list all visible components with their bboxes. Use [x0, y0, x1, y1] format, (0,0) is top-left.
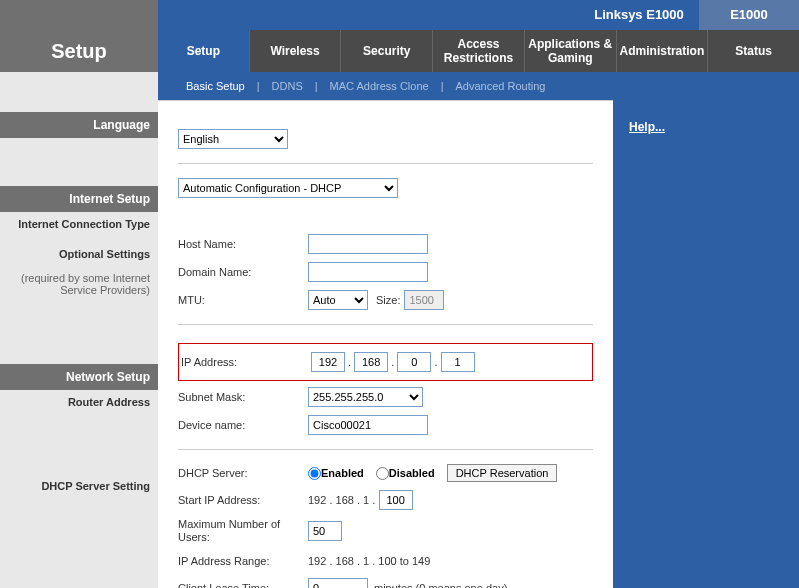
- language-select[interactable]: English: [178, 129, 288, 149]
- domain-name-input[interactable]: [308, 262, 428, 282]
- device-name-label: Device name:: [178, 419, 308, 431]
- model-label: E1000: [699, 0, 799, 30]
- subtab-advanced-routing[interactable]: Advanced Routing: [456, 80, 546, 92]
- mtu-size-input: [404, 290, 444, 310]
- mtu-label: MTU:: [178, 294, 308, 306]
- section-language: Language: [0, 112, 158, 138]
- label-dhcp-server-setting: DHCP Server Setting: [0, 474, 158, 498]
- label-connection-type: Internet Connection Type: [0, 212, 158, 236]
- mtu-size-label: Size:: [376, 294, 400, 306]
- lease-time-label: Client Lease Time:: [178, 582, 308, 588]
- label-optional-settings-sub: (required by some Internet Service Provi…: [0, 266, 158, 302]
- dhcp-reservation-button[interactable]: DHCP Reservation: [447, 464, 558, 482]
- tab-setup[interactable]: Setup: [158, 30, 250, 72]
- help-link[interactable]: Help...: [629, 120, 665, 134]
- subnet-mask-select[interactable]: 255.255.255.0: [308, 387, 423, 407]
- dhcp-disabled-label: Disabled: [389, 467, 435, 479]
- domain-name-label: Domain Name:: [178, 266, 308, 278]
- section-network-setup: Network Setup: [0, 364, 158, 390]
- ip-octet-1[interactable]: [311, 352, 345, 372]
- label-router-address: Router Address: [0, 390, 158, 414]
- ip-address-highlight: IP Address: . . .: [178, 343, 593, 381]
- tab-administration[interactable]: Administration: [617, 30, 709, 72]
- tab-security[interactable]: Security: [341, 30, 433, 72]
- page-title: Setup: [51, 40, 107, 63]
- tab-access-restrictions[interactable]: Access Restrictions: [433, 30, 525, 72]
- dhcp-enabled-label: Enabled: [321, 467, 364, 479]
- subtab-ddns[interactable]: DDNS: [272, 80, 303, 92]
- section-internet-setup: Internet Setup: [0, 186, 158, 212]
- max-users-input[interactable]: [308, 521, 342, 541]
- device-name-input[interactable]: [308, 415, 428, 435]
- subnet-mask-label: Subnet Mask:: [178, 391, 308, 403]
- dhcp-server-label: DHCP Server:: [178, 467, 308, 479]
- dhcp-disabled-radio[interactable]: [376, 467, 389, 480]
- tab-wireless[interactable]: Wireless: [250, 30, 342, 72]
- lease-time-unit: minutes (0 means one day): [374, 582, 507, 588]
- ip-octet-2[interactable]: [354, 352, 388, 372]
- lease-time-input[interactable]: [308, 578, 368, 588]
- mtu-select[interactable]: Auto: [308, 290, 368, 310]
- dhcp-enabled-radio[interactable]: [308, 467, 321, 480]
- start-ip-label: Start IP Address:: [178, 494, 308, 506]
- host-name-label: Host Name:: [178, 238, 308, 250]
- ip-octet-3[interactable]: [397, 352, 431, 372]
- ip-range-label: IP Address Range:: [178, 555, 308, 567]
- host-name-input[interactable]: [308, 234, 428, 254]
- tab-status[interactable]: Status: [708, 30, 799, 72]
- ip-octet-4[interactable]: [441, 352, 475, 372]
- start-ip-input[interactable]: [379, 490, 413, 510]
- ip-range-value: 192 . 168 . 1 . 100 to 149: [308, 555, 430, 567]
- label-optional-settings: Optional Settings: [0, 242, 158, 266]
- ip-address-label: IP Address:: [181, 356, 311, 368]
- connection-type-select[interactable]: Automatic Configuration - DHCP: [178, 178, 398, 198]
- brand-label: Linksys E1000: [579, 0, 699, 30]
- start-ip-prefix: 192 . 168 . 1 .: [308, 494, 375, 506]
- subtab-mac-address-clone[interactable]: MAC Address Clone: [330, 80, 429, 92]
- tab-applications-gaming[interactable]: Applications & Gaming: [525, 30, 617, 72]
- max-users-label: Maximum Number of Users:: [178, 518, 308, 544]
- subtab-basic-setup[interactable]: Basic Setup: [186, 80, 245, 92]
